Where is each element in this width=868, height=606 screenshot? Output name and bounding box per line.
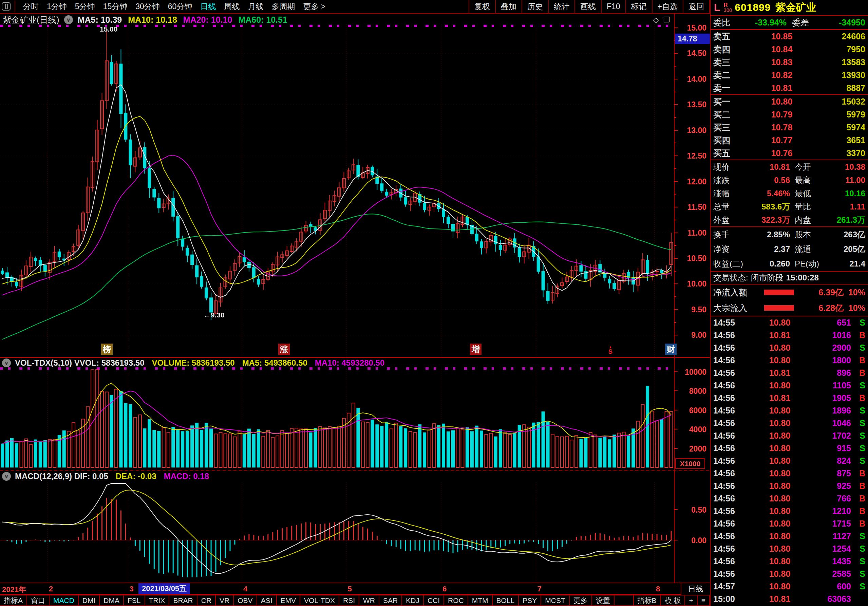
toolbar-指标A[interactable]: 指标A <box>0 595 27 606</box>
indicator-WR[interactable]: WR <box>359 595 379 606</box>
menu-叠加[interactable]: 叠加 <box>495 0 522 13</box>
indicator-更多[interactable]: 更多 <box>569 595 592 606</box>
menu-复权[interactable]: 复权 <box>469 0 495 13</box>
ma-label: MA60: 10.51 <box>238 15 287 25</box>
toolbar-指标B[interactable]: 指标B <box>633 595 661 606</box>
tick-row: 14:5610.80824S <box>711 455 868 467</box>
tick-row: 14:5610.811016B <box>711 329 868 342</box>
indicator-MCST[interactable]: MCST <box>541 595 570 606</box>
info-row: 换手2.85%股本263亿 <box>711 227 868 242</box>
menu-1分钟[interactable]: 1分钟 <box>44 2 70 12</box>
indicator-DMA[interactable]: DMA <box>99 595 124 606</box>
period-label[interactable]: 日线 <box>681 583 711 595</box>
event-marker-涨[interactable]: 涨 <box>278 343 290 355</box>
indicator-PSY[interactable]: PSY <box>518 595 541 606</box>
indicator-RSI[interactable]: RSI <box>339 595 360 606</box>
menu-历史[interactable]: 历史 <box>522 0 548 13</box>
price-axis-label: 11.00 <box>675 228 707 238</box>
volume-chart-canvas[interactable] <box>0 369 674 469</box>
tick-row: 14:5610.802585S <box>711 568 868 580</box>
menu-周线[interactable]: 周线 <box>221 2 243 12</box>
toolbar-+[interactable]: + <box>684 595 698 606</box>
quote-level-row[interactable]: 买五10.763370 <box>711 147 868 160</box>
menu-返回[interactable]: 返回 <box>683 0 710 13</box>
chevron-down-icon[interactable]: ∨ <box>2 359 11 367</box>
app-window: 分时1分钟5分钟15分钟30分钟60分钟日线周线月线多周期更多 > 复权叠加历史… <box>0 0 868 606</box>
menu-画线[interactable]: 画线 <box>575 0 601 13</box>
menu-+自选[interactable]: +自选 <box>652 0 683 13</box>
quote-level-row[interactable]: 卖一10.818887 <box>711 81 868 94</box>
indicator-ROC[interactable]: ROC <box>443 595 468 606</box>
stock-header[interactable]: L R 300 601899 紫金矿业 <box>711 0 868 15</box>
event-marker-S[interactable]: ▲S <box>604 343 616 355</box>
price-axis-label: 12.00 <box>675 177 707 186</box>
tick-list[interactable]: 14:5510.80651S14:5610.811016B14:5610.802… <box>711 316 868 606</box>
indicator-VR[interactable]: VR <box>215 595 234 606</box>
chevron-down-icon[interactable]: ∨ <box>64 15 73 24</box>
indicator-KDJ[interactable]: KDJ <box>401 595 424 606</box>
menu-60分钟[interactable]: 60分钟 <box>165 2 195 12</box>
indicator-FSL[interactable]: FSL <box>123 595 145 606</box>
weicha-value: -34950 <box>821 18 865 28</box>
window-icon[interactable] <box>2 2 11 11</box>
menu-更多 >[interactable]: 更多 > <box>300 2 329 12</box>
menu-30分钟[interactable]: 30分钟 <box>132 2 163 12</box>
indicator-DMI[interactable]: DMI <box>78 595 100 606</box>
menu-日线[interactable]: 日线 <box>197 2 219 12</box>
axis-tick <box>674 207 678 207</box>
chevron-down-icon[interactable]: ∨ <box>2 472 11 481</box>
menu-多周期[interactable]: 多周期 <box>268 2 298 12</box>
quote-level-row[interactable]: 买三10.785974 <box>711 121 868 134</box>
date-axis[interactable]: 2021年 2345678 2021/03/05五 <box>0 583 710 594</box>
indicator-VOL-TDX[interactable]: VOL-TDX <box>300 595 339 606</box>
menu-标记[interactable]: 标记 <box>625 0 652 13</box>
menu-15分钟[interactable]: 15分钟 <box>100 2 131 12</box>
tick-row: 14:5610.80925B <box>711 480 868 492</box>
indicator-OBV[interactable]: OBV <box>233 595 257 606</box>
toolbar-≡[interactable]: ≡ <box>697 595 710 606</box>
quote-level-row[interactable]: 卖三10.8313583 <box>711 56 868 68</box>
menu-F10[interactable]: F10 <box>601 0 625 13</box>
event-marker-增[interactable]: 增 <box>470 343 482 355</box>
month-label: 8 <box>656 584 660 594</box>
weicha-label: 委差 <box>787 17 821 28</box>
volume-axis-label: 2000 <box>675 444 707 454</box>
indicator-设置[interactable]: 设置 <box>591 595 615 606</box>
tick-row: 14:5610.801105S <box>711 379 868 392</box>
quote-level-row[interactable]: 买四10.773651 <box>711 134 868 147</box>
toolbar-模 板[interactable]: 模 板 <box>660 595 685 606</box>
menu-统计[interactable]: 统计 <box>548 0 575 13</box>
tick-row: 14:5710.80600S <box>711 580 868 593</box>
indicator-MACD[interactable]: MACD <box>49 595 79 606</box>
indicator-MTM[interactable]: MTM <box>468 595 493 606</box>
quote-level-row[interactable]: 卖二10.8213930 <box>711 68 868 81</box>
macd-chart-canvas[interactable] <box>0 482 674 583</box>
year-label: 2021年 <box>2 584 26 595</box>
indicator-CR[interactable]: CR <box>197 595 216 606</box>
indicator-EMV[interactable]: EMV <box>276 595 301 606</box>
chart-corner-icons: ◇❐ <box>653 16 670 25</box>
kline-chart-canvas[interactable] <box>0 25 674 357</box>
quote-level-row[interactable]: 卖五10.8524606 <box>711 30 868 43</box>
tick-row: 14:5610.801254S <box>711 542 868 555</box>
event-marker-财[interactable]: 财 <box>665 343 677 355</box>
quote-level-row[interactable]: 买一10.8015032 <box>711 95 868 108</box>
indicator-BOLL[interactable]: BOLL <box>492 595 519 606</box>
menu-分时[interactable]: 分时 <box>20 2 42 12</box>
indicator-BRAR[interactable]: BRAR <box>169 595 197 606</box>
quote-level-row[interactable]: 卖四10.847950 <box>711 43 868 56</box>
indicator-CCI[interactable]: CCI <box>423 595 444 606</box>
diamond-icon[interactable]: ◇ <box>653 16 659 25</box>
weibi-label: 委比 <box>713 17 742 28</box>
event-marker-榜[interactable]: 榜 <box>101 343 113 355</box>
indicator-ASI[interactable]: ASI <box>257 595 277 606</box>
tick-row: 14:5610.801702S <box>711 429 868 442</box>
panel-icon[interactable]: ❐ <box>663 16 670 25</box>
menu-5分钟[interactable]: 5分钟 <box>72 2 98 12</box>
indicator-SAR[interactable]: SAR <box>379 595 402 606</box>
toolbar-窗口[interactable]: 窗口 <box>26 595 50 606</box>
menu-月线[interactable]: 月线 <box>245 2 267 12</box>
quote-level-row[interactable]: 买二10.795979 <box>711 108 868 121</box>
ma-label: MA10: 10.18 <box>128 15 177 25</box>
indicator-TRIX[interactable]: TRIX <box>144 595 170 606</box>
